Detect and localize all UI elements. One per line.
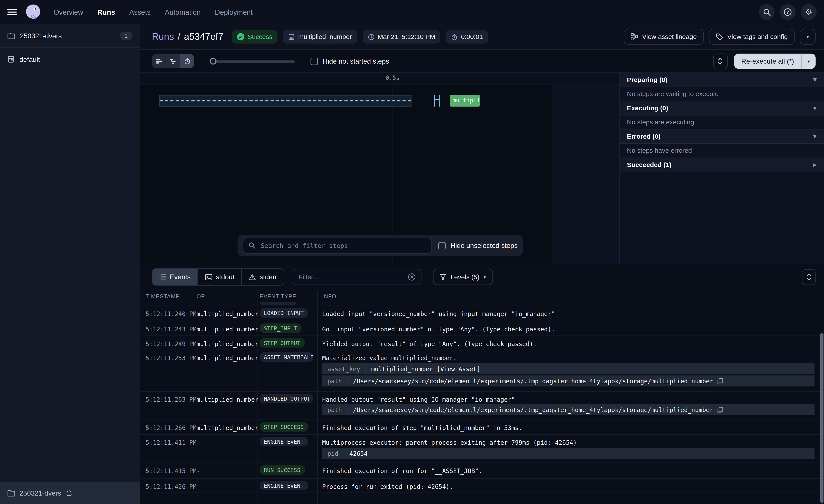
log-expand-button[interactable] <box>802 269 816 285</box>
log-row[interactable]: 5:12:11.243 PM multiplied_number STEP_IN… <box>140 322 824 336</box>
info-cell: Multiprocess executor: parent process ex… <box>322 439 808 446</box>
step-search-box[interactable] <box>243 238 432 253</box>
more-actions-button[interactable]: ▾ <box>800 29 816 45</box>
step-status-panel: Preparing (0)▼ No steps are waiting to e… <box>619 73 824 264</box>
event-type-badge: STEP_SUCCESS <box>260 422 308 432</box>
log-filter-box[interactable] <box>292 269 422 285</box>
step-marker <box>434 95 440 106</box>
log-row[interactable]: 5:12:11.266 PM multiplied_number STEP_SU… <box>140 420 824 435</box>
op-cell: - <box>197 439 200 446</box>
event-type-badge: ASSET_MATERIALI… <box>260 352 313 362</box>
clear-filter-icon[interactable] <box>408 273 416 281</box>
asset-key-row: asset_key multiplied_number [View Asset] <box>322 363 815 374</box>
log-row[interactable]: 5:12:11.263 PM multiplied_number HANDLED… <box>140 392 824 420</box>
run-header: Runs / a5347ef7 ✓ Success multiplied_num… <box>140 24 824 50</box>
nav-automation[interactable]: Automation <box>165 8 201 16</box>
clock-icon <box>368 33 375 40</box>
check-icon: ✓ <box>237 33 244 40</box>
levels-filter-button[interactable]: Levels (5) ▾ <box>433 269 493 285</box>
log-row[interactable]: 5:12:11.415 PM - RUN_SUCCESS Finished ex… <box>140 463 824 479</box>
hamburger-icon[interactable] <box>7 9 17 16</box>
timestamp-cell: 5:12:11.415 PM <box>145 467 196 475</box>
dagster-logo[interactable] <box>24 3 42 21</box>
section-preparing-empty: No steps are waiting to execute <box>620 87 824 102</box>
footer-repo-name: 250321-dvers <box>19 489 61 497</box>
search-icon <box>248 242 255 249</box>
reexecute-dropdown-button[interactable]: ▾ <box>802 54 816 69</box>
col-event-type: EVENT TYPE <box>260 293 296 299</box>
log-filter-input[interactable] <box>298 273 404 281</box>
nav-overview[interactable]: Overview <box>54 8 83 16</box>
terminal-icon <box>205 274 212 280</box>
log-row[interactable]: 5:12:11.411 PM - ENGINE_EVENT Multiproce… <box>140 435 824 463</box>
log-scrollbar[interactable] <box>820 333 824 503</box>
zoom-slider[interactable] <box>210 57 295 65</box>
top-nav: Overview Runs Assets Automation Deployme… <box>0 0 824 24</box>
repo-count-badge: 1 <box>119 31 132 40</box>
hide-not-started-checkbox[interactable] <box>311 57 318 65</box>
reexecute-all-button[interactable]: Re-execute all (*) <box>734 54 802 69</box>
flat-view-button[interactable] <box>152 54 166 69</box>
hide-unselected-label: Hide unselected steps <box>450 242 518 249</box>
info-cell: Finished execution of run for "__ASSET_J… <box>322 467 808 475</box>
sync-icon[interactable] <box>66 490 72 496</box>
gantt-chart[interactable]: 0.5s multipli… Hide unselected steps <box>140 73 619 264</box>
waterfall-view-icon <box>170 58 177 64</box>
section-executing[interactable]: Executing (0)▼ <box>620 101 824 116</box>
main-nav: Overview Runs Assets Automation Deployme… <box>54 8 253 16</box>
search-button[interactable] <box>759 4 775 20</box>
path-link[interactable]: /Users/smackesey/stm/code/elementl/exper… <box>353 406 713 413</box>
copy-icon[interactable] <box>717 378 723 384</box>
stopwatch-icon <box>451 33 458 40</box>
sidebar-item-job-default[interactable]: default <box>0 48 140 71</box>
copy-icon[interactable] <box>717 407 723 413</box>
section-preparing[interactable]: Preparing (0)▼ <box>620 73 824 87</box>
timestamp-cell: 5:12:11.266 PM <box>145 424 196 431</box>
nav-deployment[interactable]: Deployment <box>215 8 253 16</box>
help-button[interactable]: ? <box>780 4 796 20</box>
view-asset-link[interactable]: View Asset <box>440 365 477 372</box>
col-op: OP <box>197 293 205 299</box>
log-row[interactable]: 5:12:11.253 PM multiplied_number ASSET_M… <box>140 350 824 392</box>
sidebar-item-repo[interactable]: 250321-dvers 1 <box>0 24 140 48</box>
step-search-input[interactable] <box>260 241 426 250</box>
filter-funnel-icon <box>440 274 446 280</box>
path-link[interactable]: /Users/smackesey/stm/code/elementl/exper… <box>353 377 713 385</box>
op-cell: - <box>197 467 200 475</box>
log-row[interactable]: 5:12:11.426 PM - ENGINE_EVENT Process fo… <box>140 479 824 493</box>
gantt-step-bar[interactable]: multipli… <box>450 95 480 106</box>
tab-events[interactable]: Events <box>152 269 197 285</box>
nav-runs[interactable]: Runs <box>97 8 115 16</box>
log-row-clipped[interactable] <box>140 302 824 306</box>
waterfall-view-button[interactable] <box>166 54 180 69</box>
timing-view-button[interactable] <box>180 54 194 69</box>
caret-down-icon: ▼ <box>813 134 817 139</box>
section-succeeded[interactable]: Succeeded (1)▶ <box>620 158 824 172</box>
slider-handle[interactable] <box>210 57 216 65</box>
repo-name: 250321-dvers <box>20 32 62 39</box>
op-cell: multiplied_number <box>197 340 259 348</box>
nav-assets[interactable]: Assets <box>129 8 150 16</box>
event-type-badge: HANDLED_OUTPUT <box>260 394 313 403</box>
settings-button[interactable]: ⚙ <box>801 4 817 20</box>
event-log-table: TIMESTAMP OP EVENT TYPE INFO 5:12:11.240… <box>140 290 824 504</box>
tab-stdout[interactable]: stdout <box>197 269 241 285</box>
section-errored[interactable]: Errored (0)▼ <box>620 130 824 144</box>
log-row[interactable]: 5:12:11.249 PM multiplied_number STEP_OU… <box>140 336 824 350</box>
step-waiting-box <box>159 95 411 106</box>
list-icon <box>159 274 166 280</box>
tab-stderr[interactable]: stderr <box>241 269 284 285</box>
breadcrumb-runs-link[interactable]: Runs <box>152 31 174 42</box>
asset-tag[interactable]: multiplied_number <box>283 30 357 43</box>
view-tags-config-button[interactable]: View tags and config <box>709 29 795 45</box>
op-cell: multiplied_number <box>197 326 259 333</box>
event-type-badge: ENGINE_EVENT <box>260 481 308 490</box>
timestamp-cell: 5:12:11.253 PM <box>145 354 196 362</box>
expand-collapse-button[interactable] <box>713 53 728 69</box>
col-timestamp: TIMESTAMP <box>145 293 180 299</box>
gantt-shaded-region <box>552 85 619 264</box>
log-row[interactable]: 5:12:11.240 PM multiplied_number LOADED_… <box>140 306 824 321</box>
sidebar-footer[interactable]: 250321-dvers <box>0 482 140 504</box>
view-asset-lineage-button[interactable]: View asset lineage <box>624 29 704 45</box>
hide-unselected-checkbox[interactable] <box>438 242 446 249</box>
